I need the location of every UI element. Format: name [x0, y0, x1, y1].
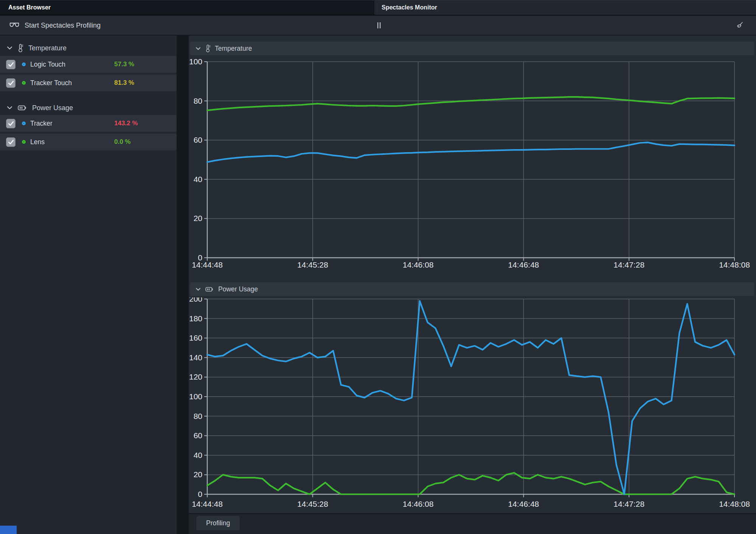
temperature-chart-title: Temperature [215, 45, 252, 53]
x-tick-label: 14:44:48 [192, 500, 223, 508]
y-tick-label: 180 [189, 314, 202, 323]
lens-series-line [207, 473, 734, 494]
y-tick-label: 40 [194, 451, 202, 459]
tracker-touch-checkbox[interactable] [6, 78, 16, 88]
y-tick-label: 80 [194, 412, 202, 420]
tab-asset-browser[interactable]: Asset Browser [0, 0, 375, 15]
logic-touch-series-dot [22, 62, 26, 66]
tab-profiling[interactable]: Profiling [196, 516, 240, 530]
lens-checkbox[interactable] [6, 137, 16, 147]
tab-spectacles-monitor[interactable]: Spectacles Monitor [376, 0, 756, 15]
sidebar-row-lens[interactable]: Lens 0.0 % [0, 134, 177, 150]
x-tick-label: 14:46:08 [403, 260, 434, 269]
y-tick-label: 100 [189, 392, 202, 401]
x-tick-label: 14:48:08 [719, 260, 750, 269]
tracker-label: Tracker [30, 120, 53, 128]
tracker-series-dot [22, 121, 26, 125]
metrics-sidebar: Temperature Logic Touch 57.3 % Tracker T… [0, 36, 177, 534]
monitor-charts-panel: Temperature 14:44:4814:45:2814:46:0814:4… [189, 36, 756, 513]
x-tick-label: 14:48:08 [719, 500, 750, 508]
tracker-checkbox[interactable] [6, 119, 16, 128]
tracker-touch-value: 81.3 % [114, 79, 134, 87]
x-tick-label: 14:46:48 [508, 500, 539, 508]
chevron-down-icon[interactable] [7, 106, 12, 110]
sidebar-row-logic-touch[interactable]: Logic Touch 57.3 % [0, 56, 177, 73]
bottom-left-accent [0, 526, 17, 534]
pause-icon [377, 22, 381, 29]
sidebar-row-tracker-touch[interactable]: Tracker Touch 81.3 % [0, 75, 177, 91]
tab-profiling-label: Profiling [206, 519, 230, 527]
y-tick-label: 160 [189, 333, 202, 342]
x-tick-label: 14:47:28 [613, 260, 644, 269]
clear-graphs-button[interactable] [733, 16, 746, 35]
y-tick-label: 0 [198, 490, 202, 498]
x-tick-label: 14:47:28 [613, 500, 644, 508]
power-usage-chart-header[interactable]: Power Usage [190, 282, 754, 296]
x-tick-label: 14:45:28 [297, 500, 328, 508]
chevron-down-icon[interactable] [7, 46, 12, 50]
lens-series-dot [22, 140, 26, 144]
start-spectacles-profiling-button[interactable]: Start Spectacles Profiling [9, 16, 101, 35]
y-tick-label: 60 [194, 431, 202, 440]
sidebar-section-temperature-label: Temperature [28, 44, 67, 52]
pause-button[interactable] [374, 16, 384, 35]
top-tab-bar: Asset Browser Spectacles Monitor [0, 0, 756, 15]
spectacles-icon [9, 21, 20, 30]
tracker-series-line [207, 301, 734, 494]
x-tick-label: 14:46:08 [403, 500, 434, 508]
tab-asset-browser-label: Asset Browser [8, 4, 51, 11]
logic-touch-checkbox[interactable] [6, 60, 16, 69]
toolbar: Start Spectacles Profiling [0, 16, 756, 36]
bottom-tab-strip: Profiling [189, 513, 756, 534]
panel-splitter[interactable] [177, 36, 189, 534]
tracker-touch-label: Tracker Touch [30, 79, 72, 87]
chevron-down-icon[interactable] [196, 288, 201, 291]
tracker-value: 143.2 % [114, 120, 138, 127]
start-spectacles-profiling-label: Start Spectacles Profiling [25, 22, 101, 30]
x-tick-label: 14:44:48 [192, 260, 223, 269]
sidebar-row-tracker[interactable]: Tracker 143.2 % [0, 115, 177, 132]
temperature-chart-header[interactable]: Temperature [190, 42, 754, 55]
power-usage-chart[interactable]: 14:44:4814:45:2814:46:0814:46:4814:47:28… [189, 297, 756, 513]
temperature-chart[interactable]: 14:44:4814:45:2814:46:0814:46:4814:47:28… [189, 55, 756, 275]
sidebar-section-power-usage-label: Power Usage [32, 104, 73, 112]
y-tick-label: 20 [194, 470, 202, 479]
battery-icon [18, 105, 27, 111]
tracker-touch-series-line [207, 97, 734, 110]
y-tick-label: 200 [189, 297, 202, 303]
sidebar-section-temperature[interactable]: Temperature [0, 41, 177, 55]
y-tick-label: 0 [198, 253, 202, 262]
y-tick-label: 80 [194, 97, 202, 105]
y-tick-label: 60 [194, 135, 202, 144]
clean-broom-icon [736, 21, 744, 30]
y-tick-label: 100 [189, 57, 202, 66]
lens-label: Lens [30, 138, 45, 146]
y-tick-label: 40 [194, 175, 202, 184]
chevron-down-icon[interactable] [196, 47, 201, 50]
y-tick-label: 140 [189, 353, 202, 362]
logic-touch-value: 57.3 % [114, 61, 134, 68]
power-usage-chart-title: Power Usage [218, 285, 258, 293]
logic-touch-label: Logic Touch [30, 61, 65, 69]
tab-spectacles-monitor-label: Spectacles Monitor [382, 4, 437, 11]
y-tick-label: 120 [189, 372, 202, 381]
thermometer-icon [205, 44, 210, 53]
sidebar-section-power-usage[interactable]: Power Usage [0, 101, 177, 115]
battery-icon [205, 286, 214, 292]
y-tick-label: 20 [194, 214, 202, 223]
tracker-touch-series-dot [22, 81, 26, 85]
x-tick-label: 14:45:28 [297, 260, 328, 269]
logic-touch-series-line [207, 142, 734, 162]
x-tick-label: 14:46:48 [508, 260, 539, 269]
thermometer-icon [18, 44, 23, 53]
lens-value: 0.0 % [114, 138, 130, 146]
